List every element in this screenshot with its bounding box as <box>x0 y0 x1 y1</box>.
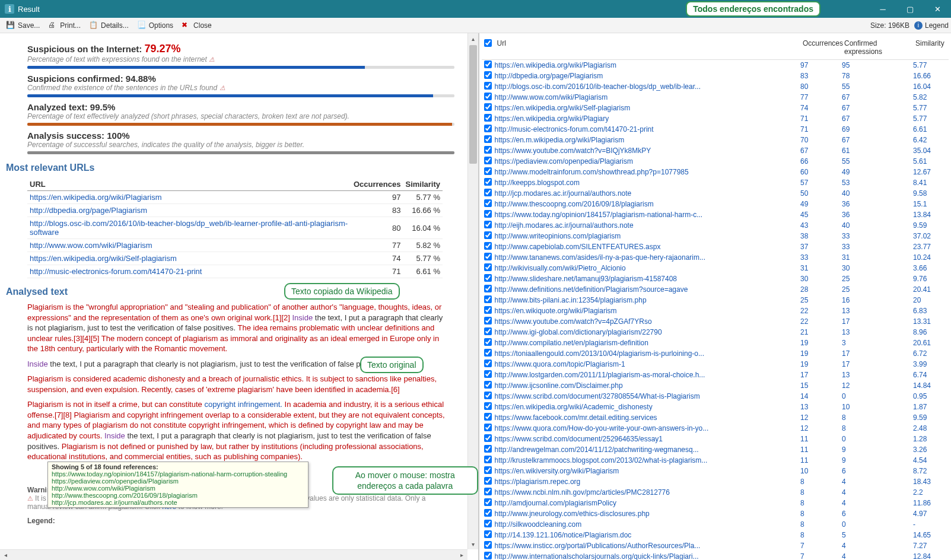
row-checkbox[interactable] <box>484 392 492 399</box>
row-checkbox[interactable] <box>484 359 492 367</box>
grid-url-link[interactable]: http://www.bits-pilani.ac.in:12354/plagi… <box>495 296 647 304</box>
details-button[interactable]: 📋Details... <box>85 20 132 31</box>
row-checkbox[interactable] <box>484 82 492 90</box>
scrollbar-thumb[interactable] <box>469 45 477 164</box>
row-checkbox[interactable] <box>484 488 492 495</box>
grid-url-link[interactable]: http://www.definitions.net/definition/Pl… <box>495 285 688 294</box>
grid-url-link[interactable]: http://www.thescoopng.com/2016/09/18/pla… <box>495 200 654 208</box>
grid-url-link[interactable]: https://en.wikipedia.org/wiki/Plagiary <box>495 114 609 123</box>
check-all[interactable] <box>484 39 492 47</box>
tooltip-link[interactable]: https://www.today.ng/opinion/184157/plag… <box>52 470 304 478</box>
row-checkbox[interactable] <box>484 456 492 463</box>
url-link[interactable]: http://dbpedia.org/page/Plagiarism <box>30 206 147 215</box>
grid-url-link[interactable]: http://blogs.osc-ib.com/2016/10/ib-teach… <box>495 82 701 91</box>
row-checkbox[interactable] <box>484 552 492 559</box>
grid-url-link[interactable]: https://toniaallengould.com/2013/10/04/p… <box>495 349 705 358</box>
grid-url-link[interactable]: http://www.wow.com/wiki/Plagiarism <box>495 93 608 101</box>
row-checkbox[interactable] <box>484 114 492 122</box>
scroll-left-icon[interactable]: ◂ <box>0 550 11 560</box>
grid-url-link[interactable]: http://14.139.121.106/notice/Plagiarism.… <box>495 531 632 539</box>
col-checkbox[interactable] <box>482 38 495 57</box>
row-checkbox[interactable] <box>484 274 492 282</box>
row-checkbox[interactable] <box>484 242 492 250</box>
print-button[interactable]: 🖨Print... <box>44 20 84 31</box>
grid-url-link[interactable]: http://www.jneurology.com/ethics-disclos… <box>495 510 650 518</box>
row-checkbox[interactable] <box>484 530 492 538</box>
col-occurrences[interactable]: Occurrences <box>351 178 403 191</box>
col-similarity[interactable]: Similarity <box>403 178 443 191</box>
row-checkbox[interactable] <box>484 466 492 474</box>
grid-url-link[interactable]: http://silkwoodcleaning.com <box>495 520 582 529</box>
row-checkbox[interactable] <box>484 285 492 292</box>
grid-url-link[interactable]: https://en.wikipedia.org/wiki/Academic_d… <box>495 403 653 411</box>
row-checkbox[interactable] <box>484 317 492 324</box>
grid-url-link[interactable]: https://www.insticc.org/portal/Publicati… <box>495 542 701 550</box>
maximize-button[interactable]: ▢ <box>896 0 924 18</box>
grid-url-link[interactable]: https://www.today.ng/opinion/184157/plag… <box>495 211 703 219</box>
grid-url-link[interactable]: http://www.lostgarden.com/2011/11/plagia… <box>495 371 705 379</box>
row-checkbox[interactable] <box>484 520 492 527</box>
tooltip-link[interactable]: http://www.wow.com/wiki/Plagiarism <box>52 485 304 492</box>
row-checkbox[interactable] <box>484 509 492 517</box>
row-checkbox[interactable] <box>484 146 492 154</box>
grid-url-link[interactable]: http://www.modeltrainforum.com/showthrea… <box>495 168 689 176</box>
grid-url-link[interactable]: https://pediaview.com/openpedia/Plagiari… <box>495 157 633 166</box>
grid-url-link[interactable]: http://www.compilatio.net/en/plagiarism-… <box>495 339 648 347</box>
col-similarity[interactable]: Similarity <box>913 38 949 57</box>
grid-url-link[interactable]: http://andrewgelman.com/2014/11/12/patch… <box>495 446 699 454</box>
grid-url-link[interactable]: http://www.ijcsonline.com/Disclaimer.php <box>495 381 623 390</box>
row-checkbox[interactable] <box>484 189 492 196</box>
close-button[interactable]: ✖Close <box>178 20 215 31</box>
grid-url-link[interactable]: https://plagiarism.repec.org <box>495 478 581 486</box>
grid-url-link[interactable]: http://www.capebiolab.com/SILENTFEATURES… <box>495 243 661 251</box>
row-checkbox[interactable] <box>484 178 492 186</box>
row-checkbox[interactable] <box>484 167 492 175</box>
grid-url-link[interactable]: http://amdjournal.com/plagiarismPolicy <box>495 499 616 507</box>
url-link[interactable]: http://blogs.osc-ib.com/2016/10/ib-teach… <box>30 219 348 237</box>
row-checkbox[interactable] <box>484 413 492 421</box>
row-checkbox[interactable] <box>484 306 492 314</box>
grid-url-link[interactable]: https://www.youtube.com/watch?v=4pZGAf7Y… <box>495 317 652 326</box>
row-checkbox[interactable] <box>484 93 492 100</box>
row-checkbox[interactable] <box>484 541 492 549</box>
scroll-right-icon[interactable]: ▸ <box>457 550 467 560</box>
scroll-down-icon[interactable]: ▾ <box>468 539 478 549</box>
row-checkbox[interactable] <box>484 445 492 453</box>
row-checkbox[interactable] <box>484 103 492 111</box>
tooltip-link[interactable]: https://pediaview.com/openpedia/Plagiari… <box>52 478 304 485</box>
row-checkbox[interactable] <box>484 231 492 239</box>
row-checkbox[interactable] <box>484 125 492 132</box>
grid-url-link[interactable]: http://wikivisually.com/wiki/Pietro_Alci… <box>495 264 626 272</box>
grid-url-link[interactable]: https://www.ncbi.nlm.nih.gov/pmc/article… <box>495 488 670 497</box>
grid-url-link[interactable]: https://www.facebook.com/mr.detail.editi… <box>495 413 657 422</box>
grid-url-link[interactable]: https://www.quora.com/How-do-you-write-y… <box>495 424 709 432</box>
tooltip-link[interactable]: http://jcp.modares.ac.ir/journal/authors… <box>52 499 304 506</box>
close-window-button[interactable]: ✕ <box>924 0 951 18</box>
row-checkbox[interactable] <box>484 263 492 271</box>
grid-url-link[interactable]: http://www.igi-global.com/dictionary/pla… <box>495 328 662 336</box>
minimize-button[interactable]: ─ <box>869 0 896 18</box>
col-confirmed[interactable]: Confirmed expressions <box>842 38 913 57</box>
row-checkbox[interactable] <box>484 71 492 79</box>
row-checkbox[interactable] <box>484 295 492 303</box>
row-checkbox[interactable] <box>484 199 492 207</box>
col-url[interactable]: Url <box>495 38 801 57</box>
grid-url-link[interactable]: https://en.wikiquote.org/wiki/Plagiarism <box>495 307 617 315</box>
row-checkbox[interactable] <box>484 381 492 389</box>
row-checkbox[interactable] <box>484 402 492 410</box>
grid-url-link[interactable]: http://eijh.modares.ac.ir/journal/author… <box>495 221 634 230</box>
grid-url-link[interactable]: https://en.wikipedia.org/wiki/Plagiarism <box>495 61 616 69</box>
url-link[interactable]: https://en.wikipedia.org/wiki/Plagiarism <box>30 193 162 202</box>
row-checkbox[interactable] <box>484 370 492 378</box>
url-link[interactable]: http://music-electronics-forum.com/t4147… <box>30 267 202 276</box>
grid-url-link[interactable]: https://www.scribd.com/document/32780855… <box>495 392 700 400</box>
row-checkbox[interactable] <box>484 327 492 335</box>
grid-url-link[interactable]: http://www.internationalscholarsjournals… <box>495 552 699 560</box>
grid-url-link[interactable]: https://www.quora.com/topic/Plagiarism-1 <box>495 360 625 368</box>
row-checkbox[interactable] <box>484 338 492 346</box>
options-button[interactable]: 📃Options <box>133 20 177 31</box>
grid-url-link[interactable]: http://jcp.modares.ac.ir/journal/authors… <box>495 189 632 198</box>
url-link[interactable]: http://www.wow.com/wiki/Plagiarism <box>30 241 152 250</box>
grid-url-link[interactable]: http://keepps.blogspot.com <box>495 179 580 187</box>
row-checkbox[interactable] <box>484 210 492 218</box>
